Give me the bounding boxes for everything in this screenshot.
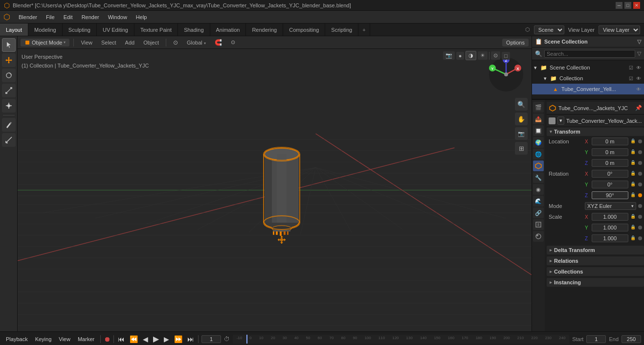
prev-keyframe-button[interactable]: ⏪ [129,334,139,344]
rendered-btn[interactable]: ☀ [478,51,488,60]
scene-collection-check[interactable]: ☑ [627,64,634,71]
transform-tool[interactable] [2,99,16,113]
transform-section-header[interactable]: ▾ Transform [547,127,644,136]
record-button[interactable]: ⏺ [104,335,111,343]
snap-button[interactable]: 🧲 [212,38,225,47]
viewport-canvas[interactable]: User Perspective (1) Collection | Tube_C… [18,49,532,331]
cursor-tool[interactable] [2,38,16,52]
menu-help[interactable]: Help [132,13,151,21]
menu-render[interactable]: Render [78,13,103,21]
rotation-x-lock[interactable]: 🔒 [630,171,636,177]
rotation-z-lock[interactable]: 🔒 [630,192,636,198]
location-y-value[interactable]: 0 m [592,148,628,156]
view-menu[interactable]: View [78,39,95,46]
wireframe-btn[interactable]: 📷 [443,51,455,60]
select-menu[interactable]: Select [98,39,119,46]
outliner-right-filter[interactable]: ▽ [637,50,641,57]
world-properties-tab[interactable]: 🌐 [533,149,544,160]
next-frame-button[interactable]: ▶ [163,334,170,344]
measure-tool[interactable] [2,133,16,147]
maximize-button[interactable]: □ [624,2,631,9]
scene-collection-eye[interactable]: 👁 [635,64,642,71]
scale-y-value[interactable]: 1.000 [592,224,628,231]
object-mode-button[interactable]: Object Mode ▾ [21,39,69,46]
rotate-tool[interactable] [2,69,16,82]
location-y-lock[interactable]: 🔒 [630,149,636,155]
jump-end-button[interactable]: ⏭ [186,334,195,344]
tab-uv-editing[interactable]: UV Editing [97,23,134,36]
location-x-dot[interactable] [638,139,642,143]
rotation-y-dot[interactable] [638,183,642,186]
physics-properties-tab[interactable]: 🌊 [533,196,544,207]
next-keyframe-button[interactable]: ⏩ [173,334,183,344]
viewport-grid-button[interactable]: ⊞ [515,142,528,155]
playback-menu[interactable]: Playback [3,335,31,343]
annotate-tool[interactable] [2,118,16,132]
rotation-mode-select[interactable]: XYZ Euler ▾ [585,202,636,210]
rotation-mode-dot[interactable] [638,204,642,208]
tab-compositing[interactable]: Compositing [283,23,325,36]
constraints-properties-tab[interactable]: 🔗 [533,207,544,218]
tab-add[interactable]: + [358,23,370,36]
transform-orientation[interactable]: Global ▾ [184,39,209,46]
overlay-btn[interactable]: ⊙ [491,51,500,60]
menu-window[interactable]: Window [104,13,131,21]
collection-check[interactable]: ☑ [627,75,634,82]
transform-pivot[interactable]: ⊙ [170,38,181,47]
viewport-zoom-button[interactable]: 🔍 [515,98,528,111]
current-frame-input[interactable] [201,335,221,343]
object-properties-tab[interactable] [533,161,544,171]
scale-tool[interactable] [2,84,16,97]
tab-scripting[interactable]: Scripting [325,23,358,36]
proportional-edit[interactable]: ⊙ [228,38,238,46]
modifier-properties-tab[interactable]: 🔧 [533,172,544,183]
scale-z-dot[interactable] [638,236,642,240]
tube-eye[interactable]: 👁 [635,86,642,92]
outliner-filter-icon[interactable]: ▽ [637,39,641,45]
jump-start-button[interactable]: ⏮ [117,334,126,344]
location-x-lock[interactable]: 🔒 [630,138,636,144]
end-frame-input[interactable] [622,335,641,343]
location-x-value[interactable]: 0 m [592,138,628,145]
solid-btn[interactable]: ● [456,52,465,60]
viewport-pan-button[interactable]: ✋ [515,113,528,125]
viewport-camera-button[interactable]: 📷 [515,127,528,140]
outliner-item-scene-collection[interactable]: ▾ 📁 Scene Collection ☑ 👁 [532,62,644,73]
tab-sculpting[interactable]: Sculpting [63,23,97,36]
location-y-dot[interactable] [638,150,642,154]
collection-eye[interactable]: 👁 [635,75,642,82]
scale-x-dot[interactable] [638,215,642,219]
outliner-search-input[interactable] [544,50,635,58]
relations-header[interactable]: ▸ Relations [547,256,644,265]
scale-z-value[interactable]: 1.000 [592,234,628,242]
tab-animation[interactable]: Animation [210,23,246,36]
collections-header[interactable]: ▸ Collections [547,267,644,276]
xray-btn[interactable]: □ [502,52,510,60]
view-menu-timeline[interactable]: View [56,335,73,343]
add-menu[interactable]: Add [122,39,138,46]
tab-texture-paint[interactable]: Texture Paint [134,23,178,36]
instancing-header[interactable]: ▸ Instancing [547,278,644,287]
rotation-y-lock[interactable]: 🔒 [630,182,636,187]
location-z-lock[interactable]: 🔒 [630,160,636,166]
scale-y-dot[interactable] [638,226,642,230]
object-data-mode-select[interactable]: ▾ [557,116,564,125]
menu-edit[interactable]: Edit [60,13,77,21]
rotation-x-dot[interactable] [638,172,642,176]
properties-pin-icon[interactable]: 📌 [635,105,642,111]
scale-z-lock[interactable]: 🔒 [630,235,636,241]
material-properties-tab[interactable] [533,231,544,242]
delta-transform-header[interactable]: ▸ Delta Transform [547,246,644,254]
particles-properties-tab[interactable]: ◉ [533,184,544,195]
scale-x-value[interactable]: 1.000 [592,213,628,221]
rotation-y-value[interactable]: 0° [592,181,628,188]
prev-frame-button[interactable]: ◀ [142,334,149,344]
location-z-value[interactable]: 0 m [592,159,628,167]
play-button[interactable]: ▶ [152,333,160,345]
scale-y-lock[interactable]: 🔒 [630,225,636,230]
tab-modeling[interactable]: Modeling [28,23,63,36]
tab-layout[interactable]: Layout [0,23,28,36]
rotation-z-value[interactable]: 90° [592,191,628,199]
rotation-z-dot[interactable] [638,193,642,197]
keying-menu[interactable]: Keying [32,335,55,343]
